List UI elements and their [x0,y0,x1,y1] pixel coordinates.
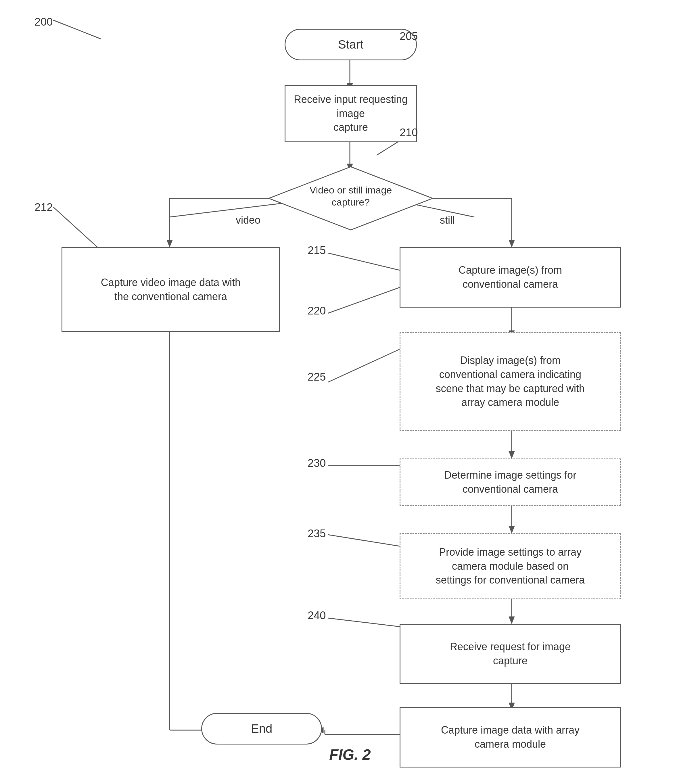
diagram-container: 200 Start 205 Receive input requesting i… [0,0,700,779]
ref-225: 225 [308,371,326,383]
ref-240: 240 [308,609,326,622]
ref-230: 230 [308,457,326,469]
ref-205: 205 [400,30,418,43]
video-label: video [236,214,260,226]
svg-line-33 [328,253,400,270]
svg-line-37 [328,535,400,546]
svg-line-35 [328,349,400,382]
ref-215: 215 [308,244,326,257]
svg-marker-11 [509,240,515,247]
svg-text:capture?: capture? [332,196,370,208]
display-images-box: Display image(s) from conventional camer… [400,332,621,431]
svg-marker-8 [167,240,172,247]
ref-200: 200 [35,16,53,28]
figure-label: FIG. 2 [329,746,370,763]
svg-line-32 [53,207,101,250]
capture-array-box: Capture image data with array camera mod… [400,707,621,767]
svg-line-34 [328,288,400,313]
svg-line-31 [377,141,400,155]
svg-line-38 [328,618,400,627]
svg-marker-19 [509,617,515,624]
svg-text:Video or still image: Video or still image [310,185,392,195]
svg-marker-15 [509,451,515,458]
receive-request-box: Receive request for image capture [400,624,621,684]
svg-line-29 [53,20,101,39]
ref-210: 210 [400,127,418,139]
decision-diamond: Video or still image capture? [267,165,434,231]
still-label: still [440,214,455,226]
capture-video-box: Capture video image data with the conven… [62,247,280,332]
receive-input-box: Receive input requesting image capture [285,85,417,142]
end-terminal: End [201,713,322,744]
start-terminal: Start [285,29,417,60]
determine-settings-box: Determine image settings for conventiona… [400,458,621,506]
capture-still-box: Capture image(s) from conventional camer… [400,247,621,308]
ref-235: 235 [308,528,326,540]
ref-212: 212 [35,201,53,213]
provide-settings-box: Provide image settings to array camera m… [400,533,621,599]
svg-marker-17 [509,526,515,533]
ref-220: 220 [308,305,326,317]
